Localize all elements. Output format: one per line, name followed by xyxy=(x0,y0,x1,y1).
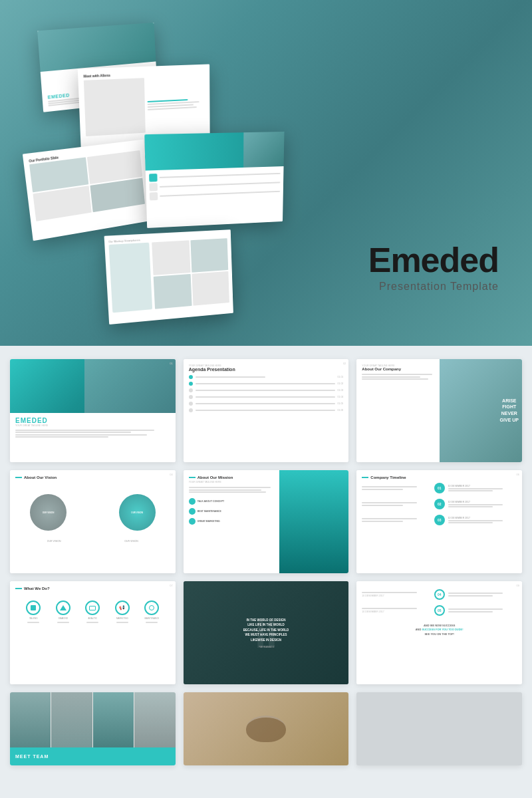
hero-subtitle: Presentation Template xyxy=(368,281,499,293)
thumb-7-pagenum: 07 xyxy=(170,584,172,587)
thumbnail-10[interactable]: MEET TEAM xyxy=(10,692,176,765)
thumb-slide-9: 09 10 DESEMBER 2017 04 xyxy=(356,581,522,684)
slides-preview: EMEDED Meet with Allena xyxy=(13,13,346,332)
thumb-6-pagenum: 06 xyxy=(517,473,519,476)
thumb-7-icon3: ANALITIC xyxy=(88,617,98,620)
thumb-6-title: Company Timeline xyxy=(370,475,406,479)
thumb-slide-6: 06 Company Timeline 01 10 xyxy=(356,470,522,573)
thumb-6-date3: 10 DESEMBER 2017 xyxy=(448,517,517,519)
thumb-6-num3: 03 xyxy=(434,515,445,525)
thumbnail-2[interactable]: 02 YOUR GREAT TAGLINE HERE Agenda Presen… xyxy=(184,359,349,462)
thumbnail-5[interactable]: 05 About Our Mission YOUR GREAT TAGLINE … xyxy=(184,470,349,573)
thumbnails-section: EMEDED YOUR GREAT TAGLINE HERE 01 02 YOU… xyxy=(0,346,532,779)
thumb-9-pagenum: 09 xyxy=(517,584,519,587)
thumb-7-icon5: MAINTENANCE xyxy=(144,617,159,620)
thumb-9-num2: 05 xyxy=(434,605,445,616)
thumb-4-label2: OUR VISION xyxy=(92,540,170,543)
thumb-7-icon2: DIAMOND xyxy=(59,617,68,620)
hero-text: Emeded Presentation Template xyxy=(368,243,499,293)
thumb-7-title: What We Do? xyxy=(24,587,50,591)
thumb-7-icon1: TALKING xyxy=(29,617,38,620)
thumb-slide-2: 02 YOUR GREAT TAGLINE HERE Agenda Presen… xyxy=(184,359,349,462)
thumbnail-12 xyxy=(356,692,522,765)
thumb-slide-5: 05 About Our Mission YOUR GREAT TAGLINE … xyxy=(184,470,349,573)
thumb-1-pagenum: 01 xyxy=(170,362,172,365)
thumb-4-title: About Our Vision xyxy=(24,475,57,479)
thumbnail-4[interactable]: 04 About Our Vision OUR VISION OUR VISIO… xyxy=(10,470,176,573)
thumbnail-8[interactable]: II IN THE WORLD OF DESIGNLIKE LIFE IN TH… xyxy=(184,581,349,684)
thumb-1-brand: EMEDED xyxy=(15,417,170,424)
thumb-4-label1: OUR VISION xyxy=(15,540,92,543)
hero-section: EMEDED Meet with Allena xyxy=(0,0,532,346)
thumb-2-pagenum: 02 xyxy=(343,362,346,365)
thumb-8-author: - RAHMAMAZIZ xyxy=(200,646,332,648)
thumb-5-item1: TALK ABOUT CONCEPT xyxy=(198,500,224,503)
thumb-6-date1: 10 DESEMBER 2017 xyxy=(448,485,517,487)
hero-title: Emeded xyxy=(368,243,499,277)
thumb-5-item2: BEST MAINTENANCE xyxy=(198,510,221,513)
thumb-3-boldtext: ARISEFIGHTNEVERGIVE UP xyxy=(500,398,519,424)
thumb-3-title: About Our Company xyxy=(362,367,440,371)
slide-mockup-5: Our Mockup Smartphones xyxy=(104,229,233,325)
thumb-slide-4: 04 About Our Vision OUR VISION OUR VISIO… xyxy=(10,470,176,573)
thumb-6-num1: 01 xyxy=(434,483,445,493)
slide-mockup-3: Our Portfolio Slide xyxy=(23,140,152,241)
thumb-6-date2: 10 DESEMBER 2017 xyxy=(448,501,517,503)
thumbnail-7[interactable]: 07 What We Do? TALKING xyxy=(10,581,176,684)
bottom-row: MEET TEAM xyxy=(10,692,522,765)
thumb-4-pagenum: 04 xyxy=(170,473,172,476)
thumb-10-title: MEET TEAM xyxy=(15,754,49,759)
thumb-8-quote: IN THE WORLD OF DESIGNLIKE LIFE IN THE W… xyxy=(200,617,332,642)
thumbnail-11[interactable] xyxy=(184,692,349,765)
thumbnail-3[interactable]: 03 YOUR GREAT TAGLINE HERE About Our Com… xyxy=(356,359,522,462)
thumb-slide-3: 03 YOUR GREAT TAGLINE HERE About Our Com… xyxy=(356,359,522,462)
thumb-2-title: Agenda Presentation xyxy=(189,367,344,372)
thumbnail-1[interactable]: EMEDED YOUR GREAT TAGLINE HERE 01 xyxy=(10,359,176,462)
slide-mockup-4 xyxy=(144,132,284,228)
thumb-1-image xyxy=(84,359,176,416)
thumb-9-num1: 04 xyxy=(434,589,445,600)
thumb-9-success: AND WE NOW SUCCESSAND SUCCESS FOR YOU TO… xyxy=(362,624,517,636)
thumb-slide-8: II IN THE WORLD OF DESIGNLIKE LIFE IN TH… xyxy=(184,581,349,684)
thumb-7-icon4: MARKETING xyxy=(116,617,128,620)
thumb-5-title: About Our Mission xyxy=(198,475,233,479)
thumb-5-item3: GREAT MARKETING xyxy=(198,520,220,523)
thumb-slide-1: EMEDED YOUR GREAT TAGLINE HERE 01 xyxy=(10,359,176,462)
thumb-slide-7: 07 What We Do? TALKING xyxy=(10,581,176,684)
thumbnail-9[interactable]: 09 10 DESEMBER 2017 04 xyxy=(356,581,522,684)
thumb-6-num2: 02 xyxy=(434,499,445,509)
thumbnails-grid: EMEDED YOUR GREAT TAGLINE HERE 01 02 YOU… xyxy=(10,359,522,684)
thumbnail-6[interactable]: 06 Company Timeline 01 10 xyxy=(356,470,522,573)
thumb-5-tagline: YOUR GREAT TAGLINE HERE xyxy=(189,481,280,483)
thumb-1-tagline: YOUR GREAT TAGLINE HERE xyxy=(15,424,170,427)
